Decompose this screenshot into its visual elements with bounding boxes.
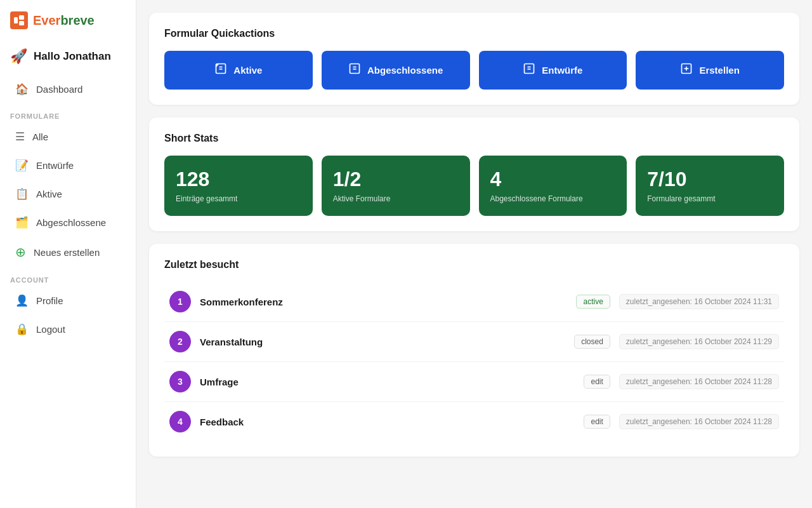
logout-label: Logout bbox=[36, 324, 65, 335]
qa-erstellen-button[interactable]: Erstellen bbox=[636, 51, 784, 90]
status-badge-3: edit bbox=[584, 415, 610, 429]
qa-aktive-label: Aktive bbox=[233, 65, 262, 76]
qa-aktive-button[interactable]: Aktive bbox=[164, 51, 313, 90]
item-num-0: 1 bbox=[169, 291, 191, 312]
stat-number-2: 4 bbox=[490, 168, 616, 190]
sidebar-item-logout[interactable]: 🔒 Logout bbox=[5, 316, 131, 343]
item-num-1: 2 bbox=[169, 331, 191, 352]
sidebar-item-dashboard[interactable]: 🏠 Dashboard bbox=[5, 76, 131, 103]
greeting-text: Hallo Jonathan bbox=[34, 50, 111, 63]
abgeschlossene-label: Abgeschlossene bbox=[36, 217, 106, 228]
sidebar-item-entwurfe[interactable]: 📝 Entwürfe bbox=[5, 152, 131, 179]
sidebar-item-neues-erstellen[interactable]: ⊕ Neues erstellen bbox=[5, 237, 131, 267]
stat-number-0: 128 bbox=[176, 168, 301, 190]
person-icon: 👤 bbox=[15, 294, 29, 307]
neues-erstellen-label: Neues erstellen bbox=[34, 247, 100, 258]
alle-label: Alle bbox=[32, 131, 48, 142]
sidebar-item-alle[interactable]: ☰ Alle bbox=[5, 123, 131, 150]
list-item[interactable]: 2 Veranstaltung closed zuletzt_angesehen… bbox=[164, 322, 784, 362]
sidebar: Everbreve 🚀 Hallo Jonathan 🏠 Dashboard F… bbox=[0, 0, 136, 508]
logo-area: Everbreve bbox=[0, 0, 136, 42]
item-num-3: 4 bbox=[169, 411, 191, 432]
logo-icon bbox=[10, 11, 28, 29]
stat-item-0: 128 Einträge gesammt bbox=[164, 156, 313, 216]
aktive-label: Aktive bbox=[36, 189, 62, 199]
status-badge-2: edit bbox=[584, 375, 610, 389]
logout-icon: 🔒 bbox=[15, 323, 29, 336]
qa-abgeschlossene-label: Abgeschlossene bbox=[367, 65, 443, 76]
item-name-2: Umfrage bbox=[200, 377, 575, 387]
item-name-1: Veranstaltung bbox=[200, 337, 565, 347]
stat-number-1: 1/2 bbox=[333, 168, 459, 190]
svg-rect-1 bbox=[19, 15, 24, 20]
qa-abgeschlossene-button[interactable]: Abgeschlossene bbox=[322, 51, 470, 90]
rocket-icon: 🚀 bbox=[10, 48, 27, 65]
item-time-0: zuletzt_angesehen: 16 October 2024 11:31 bbox=[619, 294, 779, 309]
stat-label-2: Abgeschlossene Formulare bbox=[490, 194, 616, 203]
entwurfe-icon: 📝 bbox=[15, 159, 29, 172]
visited-list: 1 Sommerkonferenz active zuletzt_angeseh… bbox=[164, 282, 784, 441]
qa-entwurfe-icon bbox=[523, 62, 535, 78]
qa-erstellen-icon bbox=[680, 62, 693, 78]
stats-card: Short Stats 128 Einträge gesammt 1/2 Akt… bbox=[149, 117, 799, 231]
stat-label-3: Formulare gesammt bbox=[647, 194, 773, 203]
quickactions-card: Formular Quickactions Aktive Abgeschloss… bbox=[149, 13, 799, 105]
qa-erstellen-label: Erstellen bbox=[699, 65, 739, 76]
qa-abgeschlossene-icon bbox=[348, 62, 361, 78]
qa-entwurfe-button[interactable]: Entwürfe bbox=[479, 51, 627, 90]
list-item[interactable]: 1 Sommerkonferenz active zuletzt_angeseh… bbox=[164, 282, 784, 322]
home-icon: 🏠 bbox=[15, 83, 29, 96]
sidebar-item-profile[interactable]: 👤 Profile bbox=[5, 287, 131, 314]
sidebar-item-abgeschlossene[interactable]: 🗂️ Abgeschlossene bbox=[5, 209, 131, 236]
stat-number-3: 7/10 bbox=[647, 168, 773, 190]
stat-label-0: Einträge gesammt bbox=[176, 194, 301, 203]
stat-label-1: Aktive Formulare bbox=[333, 194, 459, 203]
sidebar-item-aktive[interactable]: 📋 Aktive bbox=[5, 180, 131, 208]
status-badge-1: closed bbox=[574, 335, 610, 349]
svg-rect-0 bbox=[14, 17, 18, 23]
stats-title: Short Stats bbox=[164, 133, 784, 144]
logo-text: Everbreve bbox=[33, 13, 95, 28]
qa-aktive-icon bbox=[214, 62, 227, 78]
list-item[interactable]: 3 Umfrage edit zuletzt_angesehen: 16 Oct… bbox=[164, 362, 784, 402]
stats-grid: 128 Einträge gesammt 1/2 Aktive Formular… bbox=[164, 156, 784, 216]
item-name-3: Feedback bbox=[200, 417, 575, 427]
stat-item-3: 7/10 Formulare gesammt bbox=[636, 156, 784, 216]
item-name-0: Sommerkonferenz bbox=[200, 297, 567, 307]
add-circle-icon: ⊕ bbox=[15, 244, 26, 260]
status-badge-0: active bbox=[576, 295, 610, 309]
aktive-icon: 📋 bbox=[15, 187, 29, 201]
alle-icon: ☰ bbox=[15, 130, 25, 144]
stat-item-1: 1/2 Aktive Formulare bbox=[322, 156, 470, 216]
dashboard-label: Dashboard bbox=[36, 84, 82, 95]
recently-visited-card: Zuletzt besucht 1 Sommerkonferenz active… bbox=[149, 244, 799, 457]
item-time-1: zuletzt_angesehen: 16 October 2024 11:29 bbox=[619, 334, 779, 349]
item-time-3: zuletzt_angesehen: 16 October 2024 11:28 bbox=[619, 414, 779, 429]
qa-entwurfe-label: Entwürfe bbox=[542, 65, 582, 76]
account-section-label: ACCOUNT bbox=[0, 267, 136, 286]
item-time-2: zuletzt_angesehen: 16 October 2024 11:28 bbox=[619, 374, 779, 389]
greeting-area: 🚀 Hallo Jonathan bbox=[0, 42, 136, 75]
item-num-2: 3 bbox=[169, 371, 191, 392]
svg-rect-2 bbox=[19, 21, 24, 25]
recently-visited-title: Zuletzt besucht bbox=[164, 259, 784, 271]
list-item[interactable]: 4 Feedback edit zuletzt_angesehen: 16 Oc… bbox=[164, 402, 784, 441]
entwurfe-label: Entwürfe bbox=[36, 160, 74, 171]
quickactions-title: Formular Quickactions bbox=[164, 28, 784, 39]
abgeschlossene-icon: 🗂️ bbox=[15, 216, 29, 229]
main-content: Formular Quickactions Aktive Abgeschloss… bbox=[136, 0, 812, 508]
formulare-section-label: FORMULARE bbox=[0, 104, 136, 123]
quickactions-grid: Aktive Abgeschlossene Entwürfe Erstellen bbox=[164, 51, 784, 90]
stat-item-2: 4 Abgeschlossene Formulare bbox=[479, 156, 627, 216]
profile-label: Profile bbox=[36, 295, 63, 306]
